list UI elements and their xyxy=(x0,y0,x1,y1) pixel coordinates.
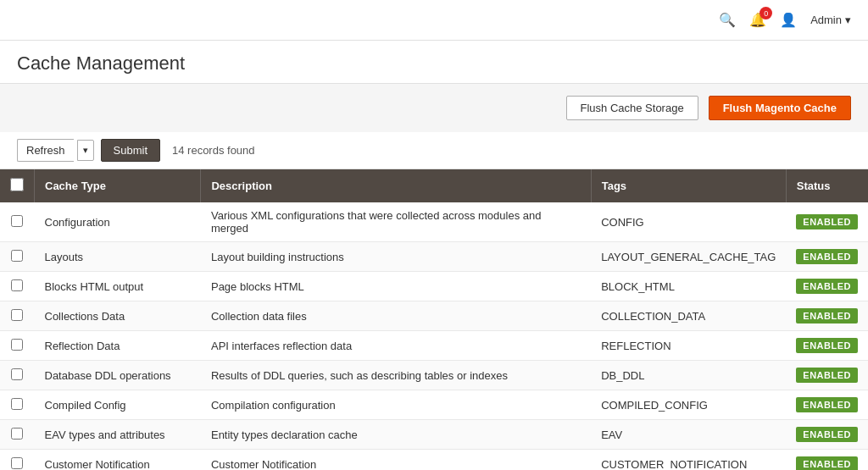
cell-tags: LAYOUT_GENERAL_CACHE_TAG xyxy=(591,242,786,272)
cell-description: Layout building instructions xyxy=(201,242,591,272)
row-checkbox-5[interactable] xyxy=(11,368,23,380)
table-row: Reflection Data API interfaces reflectio… xyxy=(0,331,868,361)
cell-tags: DB_DDL xyxy=(591,361,786,390)
page-title: Cache Management xyxy=(17,53,851,75)
status-badge: ENABLED xyxy=(796,338,858,353)
cell-status: ENABLED xyxy=(786,390,868,420)
status-badge: ENABLED xyxy=(796,279,858,294)
row-checkbox-col xyxy=(0,361,35,390)
header-status: Status xyxy=(786,169,868,202)
cell-description: Collection data files xyxy=(201,301,591,331)
cell-tags: BLOCK_HTML xyxy=(591,272,786,301)
user-icon[interactable]: 👤 xyxy=(780,12,797,28)
user-menu[interactable]: Admin ▾ xyxy=(810,14,851,26)
row-checkbox-2[interactable] xyxy=(11,279,23,291)
row-checkbox-6[interactable] xyxy=(11,398,23,410)
cell-tags: COMPILED_CONFIG xyxy=(591,390,786,420)
top-bar: 🔍 🔔 0 👤 Admin ▾ xyxy=(0,0,868,41)
table-row: Layouts Layout building instructions LAY… xyxy=(0,242,868,272)
row-checkbox-7[interactable] xyxy=(11,428,23,440)
cell-status: ENABLED xyxy=(786,331,868,361)
search-icon[interactable]: 🔍 xyxy=(719,12,736,28)
cell-description: API interfaces reflection data xyxy=(201,331,591,361)
cell-cache-type: EAV types and attributes xyxy=(35,420,201,450)
toolbar: Refresh ▾ Submit 14 records found xyxy=(0,132,868,169)
table-row: EAV types and attributes Entity types de… xyxy=(0,420,868,450)
header-description: Description xyxy=(201,169,591,202)
cell-cache-type: Reflection Data xyxy=(35,331,201,361)
submit-button[interactable]: Submit xyxy=(101,139,160,162)
row-checkbox-col xyxy=(0,420,35,450)
row-checkbox-col xyxy=(0,202,35,242)
notification-badge: 0 xyxy=(760,7,772,19)
refresh-button[interactable]: Refresh xyxy=(17,139,74,162)
status-badge: ENABLED xyxy=(796,456,858,470)
chevron-down-icon: ▾ xyxy=(845,14,851,26)
header-checkbox-col xyxy=(0,169,35,202)
cell-tags: EAV xyxy=(591,420,786,450)
cell-description: Page blocks HTML xyxy=(201,272,591,301)
cache-management-table: Cache Type Description Tags Status Confi… xyxy=(0,169,868,470)
table-row: Blocks HTML output Page blocks HTML BLOC… xyxy=(0,272,868,301)
cell-status: ENABLED xyxy=(786,242,868,272)
status-badge: ENABLED xyxy=(796,308,858,323)
records-count: 14 records found xyxy=(172,144,255,157)
row-checkbox-col xyxy=(0,272,35,301)
table-row: Compiled Config Compilation configuratio… xyxy=(0,390,868,420)
row-checkbox-col xyxy=(0,450,35,471)
cell-cache-type: Customer Notification xyxy=(35,450,201,471)
table-header-row: Cache Type Description Tags Status xyxy=(0,169,868,202)
table-row: Configuration Various XML configurations… xyxy=(0,202,868,242)
flush-magento-cache-button[interactable]: Flush Magento Cache xyxy=(709,96,851,120)
cell-description: Various XML configurations that were col… xyxy=(201,202,591,242)
cell-status: ENABLED xyxy=(786,361,868,390)
action-bar-top: Flush Cache Storage Flush Magento Cache xyxy=(0,84,868,132)
table-row: Customer Notification Customer Notificat… xyxy=(0,450,868,471)
cell-status: ENABLED xyxy=(786,202,868,242)
user-name: Admin xyxy=(810,14,842,26)
status-badge: ENABLED xyxy=(796,249,858,264)
cell-description: Results of DDL queries, such as describi… xyxy=(201,361,591,390)
cell-cache-type: Database DDL operations xyxy=(35,361,201,390)
cell-description: Entity types declaration cache xyxy=(201,420,591,450)
select-all-checkbox[interactable] xyxy=(10,178,24,191)
cell-status: ENABLED xyxy=(786,301,868,331)
notification-icon[interactable]: 🔔 0 xyxy=(749,12,766,28)
cell-cache-type: Collections Data xyxy=(35,301,201,331)
row-checkbox-col xyxy=(0,390,35,420)
row-checkbox-0[interactable] xyxy=(11,215,23,227)
status-badge: ENABLED xyxy=(796,214,858,229)
top-bar-right: 🔍 🔔 0 👤 Admin ▾ xyxy=(719,12,851,28)
table-row: Collections Data Collection data files C… xyxy=(0,301,868,331)
cell-cache-type: Blocks HTML output xyxy=(35,272,201,301)
row-checkbox-col xyxy=(0,301,35,331)
cell-cache-type: Compiled Config xyxy=(35,390,201,420)
row-checkbox-3[interactable] xyxy=(11,309,23,321)
cell-status: ENABLED xyxy=(786,450,868,471)
table-container: Cache Type Description Tags Status Confi… xyxy=(0,169,868,470)
cell-status: ENABLED xyxy=(786,420,868,450)
row-checkbox-col xyxy=(0,242,35,272)
status-badge: ENABLED xyxy=(796,427,858,442)
cell-tags: CONFIG xyxy=(591,202,786,242)
cell-description: Compilation configuration xyxy=(201,390,591,420)
refresh-dropdown-button[interactable]: ▾ xyxy=(77,140,94,161)
status-badge: ENABLED xyxy=(796,368,858,383)
cell-cache-type: Configuration xyxy=(35,202,201,242)
row-checkbox-8[interactable] xyxy=(11,457,23,469)
header-cache-type: Cache Type xyxy=(35,169,201,202)
cell-tags: COLLECTION_DATA xyxy=(591,301,786,331)
status-badge: ENABLED xyxy=(796,397,858,412)
flush-cache-storage-button[interactable]: Flush Cache Storage xyxy=(566,96,698,120)
row-checkbox-1[interactable] xyxy=(11,250,23,262)
row-checkbox-col xyxy=(0,331,35,361)
cell-description: Customer Notification xyxy=(201,450,591,471)
cell-tags: REFLECTION xyxy=(591,331,786,361)
header-tags: Tags xyxy=(591,169,786,202)
row-checkbox-4[interactable] xyxy=(11,339,23,351)
cell-status: ENABLED xyxy=(786,272,868,301)
cell-cache-type: Layouts xyxy=(35,242,201,272)
cell-tags: CUSTOMER_NOTIFICATION xyxy=(591,450,786,471)
page-title-bar: Cache Management xyxy=(0,41,868,84)
table-row: Database DDL operations Results of DDL q… xyxy=(0,361,868,390)
